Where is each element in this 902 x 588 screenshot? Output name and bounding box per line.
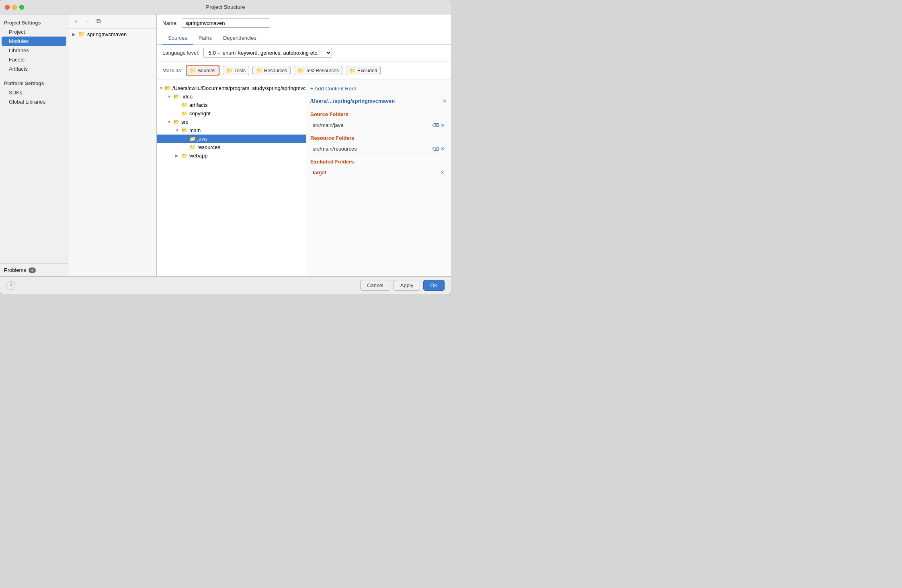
resource-folder-remove-button[interactable]: ✕ <box>441 146 445 152</box>
resource-folder-edit-button[interactable]: ⌫ <box>432 146 439 152</box>
language-level-label: Language level: <box>162 50 199 56</box>
name-input[interactable] <box>182 18 270 28</box>
language-level-bar: Language level: 5.0 – 'enum' keyword, ge… <box>157 45 451 61</box>
tab-sources[interactable]: Sources <box>162 32 193 45</box>
tree-node-idea[interactable]: ▼ 📂 .idea <box>157 92 306 101</box>
source-folder-remove-button[interactable]: ✕ <box>441 122 445 128</box>
mark-as-label: Mark as: <box>162 67 182 74</box>
main-label: main <box>189 127 201 133</box>
apply-button[interactable]: Apply <box>394 280 420 291</box>
source-folder-edit-button[interactable]: ⌫ <box>432 122 439 128</box>
copyright-folder-icon: 📁 <box>181 110 188 116</box>
tree-node-artifacts[interactable]: ▶ 📁 artifacts <box>157 101 306 109</box>
src-label: src <box>181 119 188 125</box>
webapp-arrow-icon: ▶ <box>175 153 180 158</box>
excluded-folder-entry: target ✕ <box>310 169 447 176</box>
language-level-select[interactable]: 5.0 – 'enum' keyword, generics, autoboxi… <box>203 48 332 58</box>
sidebar-item-libraries[interactable]: Libraries <box>0 46 68 55</box>
idea-label: .idea <box>181 94 193 100</box>
add-content-root-button[interactable]: + Add Content Root <box>310 84 447 93</box>
resource-folders-header: Resource Folders <box>310 135 447 141</box>
content-area: ▼ 📂 /Users/cwliu/Documents/program_study… <box>157 80 451 276</box>
module-item-springmvcmaven[interactable]: ▶ 📁 springmvcmaven <box>68 29 156 40</box>
tree-node-main[interactable]: ▼ 📂 main <box>157 126 306 135</box>
resources-folder-icon: 📁 <box>256 67 262 74</box>
sidebar-item-modules[interactable]: Modules <box>2 37 66 46</box>
excluded-folder-icon: 📁 <box>349 67 356 74</box>
window-title: Project Structure <box>206 4 245 10</box>
idea-folder-icon: 📂 <box>173 94 180 100</box>
mark-test-resources-button[interactable]: 📁 Test Resources <box>294 66 342 75</box>
excluded-folders-header: Excluded Folders <box>310 159 447 165</box>
mark-sources-button[interactable]: 📁 Sources <box>186 65 219 76</box>
module-name-label: springmvcmaven <box>87 31 127 37</box>
java-folder-icon: 📁 <box>189 136 196 142</box>
maximize-button[interactable] <box>19 5 24 10</box>
sidebar-item-facets[interactable]: Facets <box>0 55 68 64</box>
traffic-lights <box>5 5 24 10</box>
source-folder-actions: ⌫ ✕ <box>432 122 445 128</box>
copy-module-button[interactable]: ⧉ <box>94 17 103 26</box>
artifacts-label: artifacts <box>189 102 208 108</box>
main-area: Name: Sources Paths Dependencies La <box>157 14 451 276</box>
resources-folder-icon: 📁 <box>189 144 196 150</box>
sidebar-item-sdks[interactable]: SDKs <box>0 88 68 97</box>
file-tree-area: ▼ 📂 /Users/cwliu/Documents/program_study… <box>157 80 306 276</box>
sidebar-item-artifacts[interactable]: Artifacts <box>0 64 68 74</box>
content-root-close-button[interactable]: ✕ <box>443 98 447 104</box>
body: Project Settings Project Modules Librari… <box>0 14 451 276</box>
remove-module-button[interactable]: − <box>83 17 92 26</box>
tests-folder-icon: 📁 <box>226 67 233 74</box>
add-module-button[interactable]: + <box>72 17 80 26</box>
sources-folder-icon: 📁 <box>190 67 196 74</box>
source-folder-entry: src/main/java ⌫ ✕ <box>310 121 447 129</box>
tabs-bar: Sources Paths Dependencies <box>157 32 451 45</box>
src-arrow-icon: ▼ <box>167 120 172 124</box>
mark-excluded-button[interactable]: 📁 Excluded <box>346 66 381 75</box>
root-path-label: /Users/cwliu/Documents/program_study/spr… <box>172 85 306 91</box>
close-button[interactable] <box>5 5 10 10</box>
name-label: Name: <box>162 20 178 26</box>
tree-node-root[interactable]: ▼ 📂 /Users/cwliu/Documents/program_study… <box>157 84 306 92</box>
artifacts-folder-icon: 📁 <box>181 102 188 108</box>
copyright-label: copyright <box>189 110 211 116</box>
sidebar-bottom: Problems 4 <box>0 263 68 276</box>
sidebar-item-project[interactable]: Project <box>0 27 68 37</box>
minimize-button[interactable] <box>12 5 17 10</box>
excluded-folder-remove-button[interactable]: ✕ <box>440 169 445 176</box>
bottom-bar: ? Cancel Apply OK <box>0 276 451 294</box>
tree-node-webapp[interactable]: ▶ 📁 webapp <box>157 151 306 160</box>
resource-folder-path: src/main/resources <box>313 146 357 152</box>
excluded-folder-path: target <box>313 169 326 176</box>
name-bar: Name: <box>157 14 451 32</box>
cancel-button[interactable]: Cancel <box>360 280 390 291</box>
tab-paths[interactable]: Paths <box>193 32 217 45</box>
content-root-path-label: /Users/…/spring/springmvcmaven <box>310 98 395 104</box>
help-button[interactable]: ? <box>6 281 15 290</box>
sidebar-item-global-libraries[interactable]: Global Libraries <box>0 97 68 106</box>
right-panel: + Add Content Root /Users/…/spring/sprin… <box>306 80 451 276</box>
mark-resources-button[interactable]: 📁 Resources <box>252 66 291 75</box>
main-arrow-icon: ▼ <box>175 128 180 133</box>
java-label: java <box>197 136 207 142</box>
tree-node-java[interactable]: ▶ 📁 java <box>157 135 306 143</box>
src-folder-icon: 📂 <box>173 119 180 125</box>
project-settings-section: Project Settings <box>0 18 68 27</box>
mark-as-bar: Mark as: 📁 Sources 📁 Tests 📁 Resources <box>157 61 451 80</box>
idea-arrow-icon: ▼ <box>167 94 172 99</box>
root-folder-icon: 📂 <box>164 85 171 91</box>
tree-node-resources[interactable]: ▶ 📁 resources <box>157 143 306 151</box>
resources-label: resources <box>197 144 220 150</box>
ok-button[interactable]: OK <box>423 280 445 291</box>
tree-node-copyright[interactable]: ▶ 📁 copyright <box>157 109 306 118</box>
mark-tests-button[interactable]: 📁 Tests <box>223 66 249 75</box>
sidebar: Project Settings Project Modules Librari… <box>0 14 68 276</box>
webapp-folder-icon: 📁 <box>181 153 188 159</box>
main-folder-icon: 📂 <box>181 127 188 133</box>
root-arrow-icon: ▼ <box>159 86 163 90</box>
test-resources-folder-icon: 📁 <box>297 67 304 74</box>
problems-label: Problems <box>4 267 26 273</box>
tree-node-src[interactable]: ▼ 📂 src <box>157 118 306 126</box>
tab-dependencies[interactable]: Dependencies <box>217 32 262 45</box>
resource-folder-entry: src/main/resources ⌫ ✕ <box>310 145 447 153</box>
